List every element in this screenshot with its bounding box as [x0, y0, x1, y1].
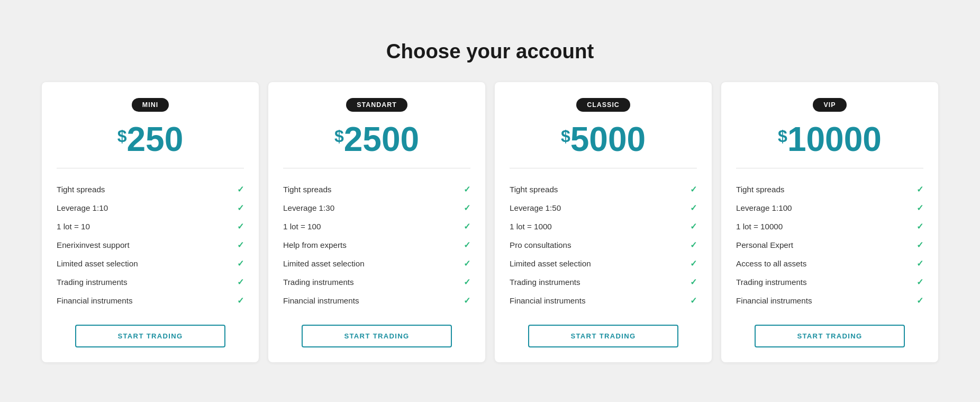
page-title: Choose your account: [11, 40, 969, 63]
list-item: Trading instruments✓: [57, 273, 244, 291]
check-icon: ✓: [917, 296, 923, 306]
feature-label: Trading instruments: [736, 278, 807, 287]
price-amount-vip: 10000: [787, 122, 882, 156]
list-item: Leverage 1:100✓: [736, 199, 923, 217]
list-item: Tight spreads✓: [57, 180, 244, 199]
feature-label: Help from experts: [283, 240, 347, 249]
feature-label: Tight spreads: [736, 185, 784, 194]
account-card-vip: VIP$10000Tight spreads✓Leverage 1:100✓1 …: [721, 82, 938, 362]
feature-label: 1 lot = 10: [57, 222, 90, 231]
price-block-vip: $10000: [778, 122, 882, 156]
list-item: Trading instruments✓: [736, 273, 923, 291]
check-icon: ✓: [464, 296, 470, 306]
check-icon: ✓: [237, 203, 244, 213]
list-item: Pro consultations✓: [510, 236, 697, 254]
check-icon: ✓: [237, 184, 244, 194]
check-icon: ✓: [917, 184, 923, 194]
price-dollar-standart: $: [334, 127, 344, 146]
list-item: Tight spreads✓: [510, 180, 697, 199]
list-item: Help from experts✓: [283, 236, 470, 254]
account-card-mini: MINI$250Tight spreads✓Leverage 1:10✓1 lo…: [42, 82, 259, 362]
feature-label: 1 lot = 10000: [736, 222, 783, 231]
list-item: 1 lot = 100✓: [283, 217, 470, 236]
divider-classic: [510, 168, 697, 168]
feature-label: Trading instruments: [510, 278, 580, 287]
feature-label: Trading instruments: [283, 278, 354, 287]
divider-vip: [736, 168, 923, 168]
features-list-vip: Tight spreads✓Leverage 1:100✓1 lot = 100…: [736, 180, 923, 310]
price-dollar-classic: $: [561, 127, 570, 146]
price-amount-classic: 5000: [570, 122, 646, 156]
check-icon: ✓: [690, 184, 697, 194]
list-item: Financial instruments✓: [736, 291, 923, 310]
check-icon: ✓: [237, 296, 244, 306]
check-icon: ✓: [690, 240, 697, 250]
cards-container: MINI$250Tight spreads✓Leverage 1:10✓1 lo…: [11, 82, 969, 362]
list-item: Financial instruments✓: [57, 291, 244, 310]
list-item: Limited asset selection✓: [57, 254, 244, 273]
list-item: Financial instruments✓: [283, 291, 470, 310]
check-icon: ✓: [464, 277, 470, 287]
start-trading-button-mini[interactable]: START TRADING: [75, 325, 225, 347]
check-icon: ✓: [690, 277, 697, 287]
start-trading-button-standart[interactable]: START TRADING: [302, 325, 451, 347]
list-item: Leverage 1:30✓: [283, 199, 470, 217]
price-block-classic: $5000: [561, 122, 646, 156]
feature-label: Tight spreads: [283, 185, 331, 194]
list-item: Trading instruments✓: [283, 273, 470, 291]
page-wrapper: Choose your account MINI$250Tight spread…: [11, 40, 969, 362]
check-icon: ✓: [464, 203, 470, 213]
check-icon: ✓: [464, 184, 470, 194]
feature-label: Limited asset selection: [57, 259, 138, 268]
price-dollar-vip: $: [778, 127, 787, 146]
list-item: Tight spreads✓: [736, 180, 923, 199]
feature-label: Enerixinvest support: [57, 240, 130, 249]
price-block-standart: $2500: [334, 122, 419, 156]
list-item: Leverage 1:50✓: [510, 199, 697, 217]
list-item: 1 lot = 10000✓: [736, 217, 923, 236]
start-trading-button-classic[interactable]: START TRADING: [528, 325, 678, 347]
list-item: Limited asset selection✓: [283, 254, 470, 273]
check-icon: ✓: [237, 221, 244, 231]
check-icon: ✓: [690, 203, 697, 213]
feature-label: Trading instruments: [57, 278, 128, 287]
divider-standart: [283, 168, 470, 168]
check-icon: ✓: [464, 221, 470, 231]
feature-label: Financial instruments: [57, 296, 133, 305]
check-icon: ✓: [237, 240, 244, 250]
price-dollar-mini: $: [117, 127, 127, 146]
account-card-standart: STANDART$2500Tight spreads✓Leverage 1:30…: [268, 82, 485, 362]
check-icon: ✓: [917, 277, 923, 287]
list-item: Tight spreads✓: [283, 180, 470, 199]
price-amount-standart: 2500: [344, 122, 419, 156]
list-item: Trading instruments✓: [510, 273, 697, 291]
start-trading-button-vip[interactable]: START TRADING: [755, 325, 904, 347]
price-amount-mini: 250: [127, 122, 184, 156]
feature-label: Tight spreads: [57, 185, 105, 194]
check-icon: ✓: [917, 203, 923, 213]
feature-label: 1 lot = 1000: [510, 222, 552, 231]
feature-label: Pro consultations: [510, 240, 571, 249]
feature-label: Personal Expert: [736, 240, 793, 249]
list-item: Leverage 1:10✓: [57, 199, 244, 217]
list-item: 1 lot = 1000✓: [510, 217, 697, 236]
account-badge-classic: CLASSIC: [576, 98, 630, 112]
list-item: Personal Expert✓: [736, 236, 923, 254]
list-item: Enerixinvest support✓: [57, 236, 244, 254]
features-list-classic: Tight spreads✓Leverage 1:50✓1 lot = 1000…: [510, 180, 697, 310]
account-badge-mini: MINI: [132, 98, 169, 112]
account-card-classic: CLASSIC$5000Tight spreads✓Leverage 1:50✓…: [495, 82, 712, 362]
list-item: Limited asset selection✓: [510, 254, 697, 273]
feature-label: Financial instruments: [510, 296, 586, 305]
feature-label: 1 lot = 100: [283, 222, 321, 231]
check-icon: ✓: [464, 258, 470, 269]
check-icon: ✓: [917, 221, 923, 231]
list-item: Financial instruments✓: [510, 291, 697, 310]
feature-label: Limited asset selection: [510, 259, 591, 268]
check-icon: ✓: [237, 258, 244, 269]
feature-label: Leverage 1:100: [736, 203, 792, 212]
feature-label: Access to all assets: [736, 259, 806, 268]
features-list-mini: Tight spreads✓Leverage 1:10✓1 lot = 10✓E…: [57, 180, 244, 310]
account-badge-standart: STANDART: [346, 98, 407, 112]
check-icon: ✓: [464, 240, 470, 250]
